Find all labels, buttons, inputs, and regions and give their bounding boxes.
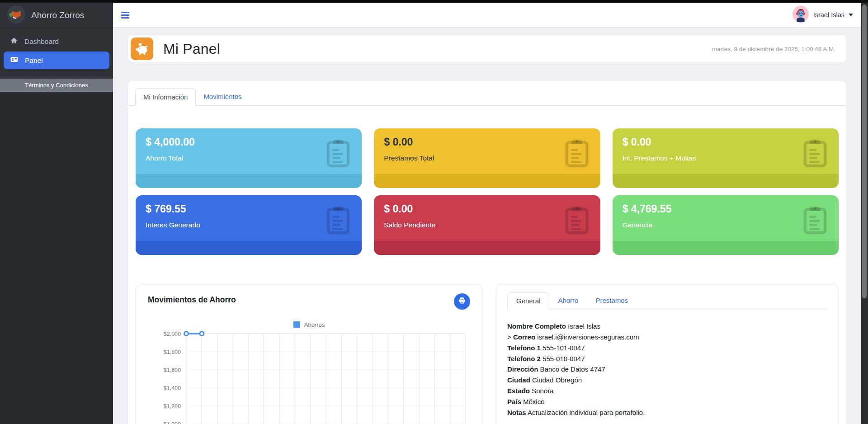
stat-card-ahorro-total[interactable]: $ 4,000.00 Ahorro Total [136,128,362,188]
stat-value: $ 0.00 [384,136,590,148]
stat-card-footer [374,174,600,188]
svg-text:$1,400: $1,400 [164,385,181,391]
stat-value: $ 769.55 [146,203,352,215]
stat-label: Interes Generado [146,221,352,229]
stat-cards-grid: $ 4,000.00 Ahorro Total $ 0.00 Prestamos… [128,106,846,255]
avatar [792,5,809,24]
clipboard-icon [326,205,351,237]
stat-card-footer [136,174,362,188]
member-info-card: General Ahorro Prestamos Nombre Completo… [496,284,839,424]
svg-text:$1,600: $1,600 [164,367,181,373]
field-correo: > Correo israel.i@inversiones-seguras.co… [507,332,827,343]
tab-mi-informacion[interactable]: Mi Información [135,88,196,106]
stat-card-footer [136,241,362,255]
sidebar-item-label: Panel [25,57,43,65]
legend-label: Ahorros [304,321,325,328]
clipboard-icon [326,138,351,170]
dashboard-tab-card: Mi Información Movimientos $ 4,000.00 Ah… [128,81,846,424]
clipboard-icon [564,138,590,170]
page-scrollbar[interactable] [861,3,868,424]
tab-general[interactable]: General [507,292,549,309]
savings-chart-card: Movimientos de Ahorro [136,284,482,424]
sidebar-nav: Dashboard Panel [0,28,113,73]
stat-card-int-prestamos-multas[interactable]: $ 0.00 Int. Prestamos + Multas [613,128,839,188]
topbar: Israel Islas [113,3,861,28]
stat-value: $ 4,000.00 [146,136,352,148]
svg-text:$2,000: $2,000 [164,331,181,337]
chart-title: Movimientos de Ahorro [148,293,236,305]
stat-label: Ahorro Total [146,154,352,162]
stat-label: Saldo Pendiente [384,221,590,229]
info-tabs: General Ahorro Prestamos [507,292,827,309]
stat-card-prestamos-total[interactable]: $ 0.00 Prestamos Total [374,128,600,188]
stat-label: Ganancia [623,221,829,229]
field-telefono-1: Telefono 1 555-101-0047 [507,343,827,353]
id-card-icon [10,55,19,66]
chart-legend: Ahorros [148,321,470,328]
stat-value: $ 4,769.55 [623,203,829,215]
sidebar-empty-area [0,92,113,424]
field-nombre-completo: Nombre Completo Israel Islas [507,321,827,332]
stat-card-footer [613,174,839,188]
sidebar-item-label: Dashboard [24,38,59,46]
tab-movimientos[interactable]: Movimientos [196,88,249,106]
main-content: Mi Panel martes, 9 de diciembre de 2025,… [113,28,861,424]
field-pais: País México [507,396,827,407]
main-tabs: Mi Información Movimientos [128,81,846,106]
field-direccion: Dirección Banco de Datos 4747 [507,364,827,375]
sidebar: Ahorro Zorros Dashboard Panel Términos y… [0,3,113,424]
printer-icon [458,297,466,306]
tab-ahorro[interactable]: Ahorro [549,292,587,309]
clipboard-icon [802,138,828,170]
field-notas: Notas Actualización individual para port… [507,407,827,418]
header-date: martes, 9 de diciembre de 2025, 1:00:48 … [712,46,835,52]
clipboard-icon [802,205,828,237]
user-menu[interactable]: Israel Islas [792,5,853,24]
stat-card-ganancia[interactable]: $ 4,769.55 Ganancia [613,195,839,255]
savings-line-chart: $2,000$1,800$1,600$1,400$1,200$1,000 [148,330,470,424]
legend-swatch-ahorros [293,321,300,328]
stat-card-footer [613,241,839,255]
stat-card-interes-generado[interactable]: $ 769.55 Interes Generado [136,195,362,255]
svg-text:$1,200: $1,200 [164,403,181,410]
app-brand[interactable]: Ahorro Zorros [0,3,113,28]
stat-card-footer [374,241,600,255]
stat-label: Prestamos Total [384,154,590,162]
member-details: Nombre Completo Israel Islas > Correo is… [507,321,827,418]
window-top-edge [0,0,868,3]
stat-value: $ 0.00 [384,203,590,215]
print-button[interactable] [454,293,470,310]
field-ciudad: Ciudad Ciudad Obregón [507,375,827,386]
stat-label: Int. Prestamos + Multas [623,154,829,162]
clipboard-icon [564,205,590,237]
tab-prestamos[interactable]: Prestamos [587,292,637,309]
field-telefono-2: Telefono 2 555-010-0047 [507,353,827,364]
user-name: Israel Islas [813,11,844,19]
stat-card-saldo-pendiente[interactable]: $ 0.00 Saldo Pendiente [374,195,600,255]
sidebar-item-dashboard[interactable]: Dashboard [4,33,109,50]
piggy-bank-icon [131,38,153,60]
caret-down-icon [849,14,853,16]
field-estado: Estado Sonora [507,386,827,396]
bottom-row: Movimientos de Ahorro [136,284,839,424]
scrollbar-thumb[interactable] [862,5,867,298]
page-header-card: Mi Panel martes, 9 de diciembre de 2025,… [128,35,846,62]
svg-text:$1,800: $1,800 [164,349,181,355]
app-title: Ahorro Zorros [31,10,84,20]
menu-icon[interactable] [119,10,131,20]
terms-and-conditions-link[interactable]: Términos y Condiciones [0,79,113,92]
svg-text:$1,000: $1,000 [164,421,181,424]
fox-logo-icon [7,5,25,25]
stat-value: $ 0.00 [623,136,829,148]
page-title: Mi Panel [163,41,220,57]
sidebar-item-panel[interactable]: Panel [4,52,109,69]
home-icon [10,37,18,47]
